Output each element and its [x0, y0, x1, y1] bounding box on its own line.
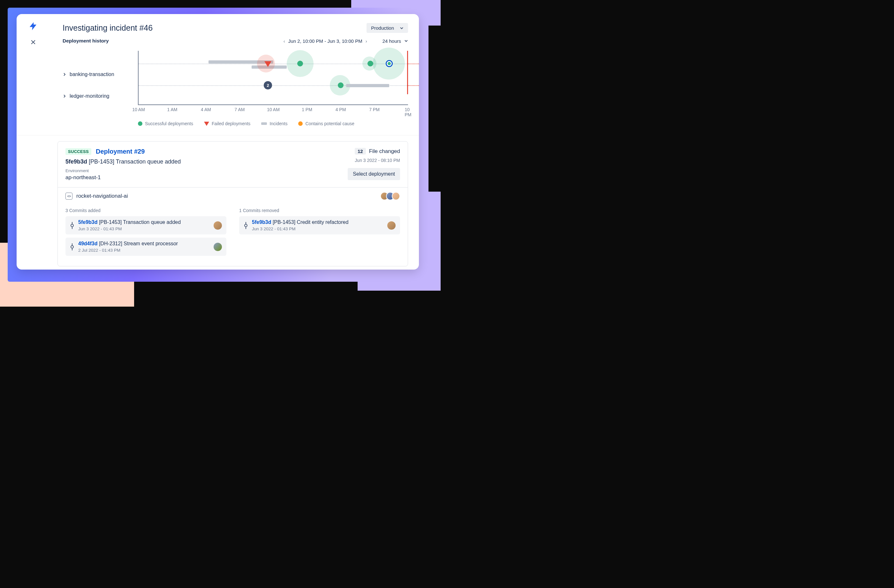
- x-tick: 1 AM: [167, 107, 178, 112]
- chevron-right-icon[interactable]: ›: [365, 38, 367, 44]
- commit-item[interactable]: 49d4f3d [DH-2312] Stream event processor…: [65, 237, 227, 256]
- success-deployment-marker[interactable]: [297, 61, 303, 67]
- deployment-card: SUCCESS Deployment #29 5fe9b3d [PB-1453]…: [57, 141, 408, 266]
- x-tick: 10 AM: [132, 107, 145, 112]
- commits-added-column: 3 Commits added 5fe9b3d [PB-1453] Transa…: [65, 208, 227, 259]
- left-icon-column: [27, 20, 41, 52]
- repository-row[interactable]: <> rocket-navigational-ai: [58, 187, 408, 205]
- chevron-down-icon: [400, 26, 403, 30]
- deployment-timestamp: Jun 3 2022 - 08:10 PM: [355, 158, 400, 163]
- commits-added-title: 3 Commits added: [65, 208, 227, 213]
- avatar[interactable]: [387, 221, 396, 230]
- commit-hash: 5fe9b3d: [65, 159, 87, 165]
- chart-legend: Successful deployments Failed deployment…: [138, 121, 408, 126]
- series-label-column: banking-transaction ledger-monitoring: [63, 51, 138, 107]
- series-label: banking-transaction: [69, 71, 114, 77]
- chevron-left-icon[interactable]: ‹: [284, 38, 285, 44]
- section-subtitle: Deployment history: [63, 38, 284, 44]
- status-badge: SUCCESS: [65, 148, 91, 155]
- commits-removed-title: 1 Commits removed: [239, 208, 400, 213]
- environment-label: Environment: [65, 168, 348, 173]
- contributor-avatars: [383, 192, 400, 200]
- date-range-label: Jun 2, 10:00 PM - Jun 3, 10:00 PM: [288, 38, 362, 44]
- time-window-label: 24 hours: [382, 38, 401, 44]
- commit-date: 2 Jul 2022 - 01:43 PM: [78, 248, 210, 252]
- success-deployment-marker[interactable]: [338, 82, 344, 88]
- commit-message: [PB-1453] Transaction queue added: [89, 159, 181, 165]
- commit-message: [PB-1453] Credit entity refactored: [273, 219, 348, 225]
- series-row-banking[interactable]: banking-transaction: [63, 63, 138, 85]
- now-marker-dash: [408, 63, 419, 64]
- bolt-icon: [27, 20, 39, 32]
- top-section: Investigating incident #46 Production De…: [17, 14, 419, 135]
- commit-hash[interactable]: 5fe9b3d: [78, 219, 97, 225]
- chevron-right-icon: [63, 94, 66, 98]
- failed-deployment-marker[interactable]: [264, 61, 271, 67]
- x-tick: 10 AM: [267, 107, 280, 112]
- selected-deployment-marker[interactable]: [386, 60, 393, 67]
- success-deployment-marker[interactable]: [367, 61, 373, 67]
- environment-value: ap-northeast-1: [65, 174, 348, 181]
- now-marker-line: [407, 51, 408, 94]
- commits-removed-column: 1 Commits removed 5fe9b3d [PB-1453] Cred…: [239, 208, 400, 259]
- x-tick: 7 PM: [369, 107, 380, 112]
- page-title: Investigating incident #46: [63, 23, 367, 33]
- deployment-link[interactable]: Deployment #29: [96, 148, 145, 155]
- repository-name: rocket-navigational-ai: [76, 193, 128, 199]
- avatar[interactable]: [392, 192, 400, 200]
- chevron-down-icon: [404, 39, 408, 43]
- deployment-detail-section: SUCCESS Deployment #29 5fe9b3d [PB-1453]…: [47, 135, 419, 269]
- commit-date: Jun 3 2022 - 01:43 PM: [252, 227, 384, 231]
- series-row-ledger[interactable]: ledger-monitoring: [63, 85, 138, 107]
- legend-failed: Failed deployments: [204, 121, 250, 126]
- legend-success: Successful deployments: [138, 121, 193, 126]
- chevron-right-icon: [63, 73, 66, 76]
- select-deployment-button[interactable]: Select deployment: [348, 168, 400, 180]
- files-changed-count: 12: [355, 148, 366, 154]
- deployment-timeline-chart: banking-transaction ledger-monitoring: [63, 51, 408, 107]
- x-tick: 7 AM: [235, 107, 245, 112]
- commit-message: [PB-1453] Transaction queue added: [99, 219, 181, 225]
- head-commit-line: 5fe9b3d [PB-1453] Transaction queue adde…: [65, 159, 348, 165]
- cluster-count-badge[interactable]: 2: [264, 81, 272, 89]
- commit-item[interactable]: 5fe9b3d [PB-1453] Transaction queue adde…: [65, 216, 227, 234]
- avatar[interactable]: [214, 243, 222, 251]
- svg-point-1: [71, 224, 74, 227]
- git-node-icon: [70, 222, 74, 229]
- close-icon[interactable]: [27, 36, 39, 48]
- git-node-icon: [70, 243, 74, 250]
- commit-hash[interactable]: 49d4f3d: [78, 241, 97, 246]
- now-marker-dash: [408, 85, 419, 86]
- legend-cause: Contains potential cause: [298, 121, 354, 126]
- svg-point-4: [71, 246, 74, 248]
- time-window-selector[interactable]: 24 hours: [382, 38, 408, 44]
- timeline-plot-area: 2 10 AM 1 AM 4 AM 7 AM 10 AM 1 PM 4 PM 7…: [138, 51, 408, 105]
- avatar[interactable]: [214, 221, 222, 230]
- series-label: ledger-monitoring: [69, 93, 110, 99]
- environment-selector-label: Production: [371, 25, 394, 31]
- commit-message: [DH-2312] Stream event processor: [99, 241, 178, 246]
- code-repo-icon: <>: [65, 193, 72, 200]
- commit-date: Jun 3 2022 - 01:43 PM: [78, 227, 210, 231]
- date-range-picker[interactable]: ‹ Jun 2, 10:00 PM - Jun 3, 10:00 PM ›: [284, 38, 367, 44]
- x-tick: 4 PM: [335, 107, 346, 112]
- legend-incidents: Incidents: [261, 121, 287, 126]
- svg-point-7: [245, 224, 247, 227]
- files-changed-label: File changed: [369, 148, 400, 154]
- x-tick: 1 PM: [302, 107, 312, 112]
- commit-item[interactable]: 5fe9b3d [PB-1453] Credit entity refactor…: [239, 216, 400, 234]
- environment-selector[interactable]: Production: [367, 23, 408, 33]
- main-panel: Investigating incident #46 Production De…: [17, 14, 419, 269]
- incident-bar[interactable]: [346, 84, 389, 87]
- git-node-icon: [244, 222, 248, 229]
- commit-hash[interactable]: 5fe9b3d: [252, 219, 271, 225]
- files-changed-line[interactable]: 12 File changed: [355, 148, 400, 154]
- x-tick: 10 PM: [405, 107, 412, 117]
- x-tick: 4 AM: [201, 107, 211, 112]
